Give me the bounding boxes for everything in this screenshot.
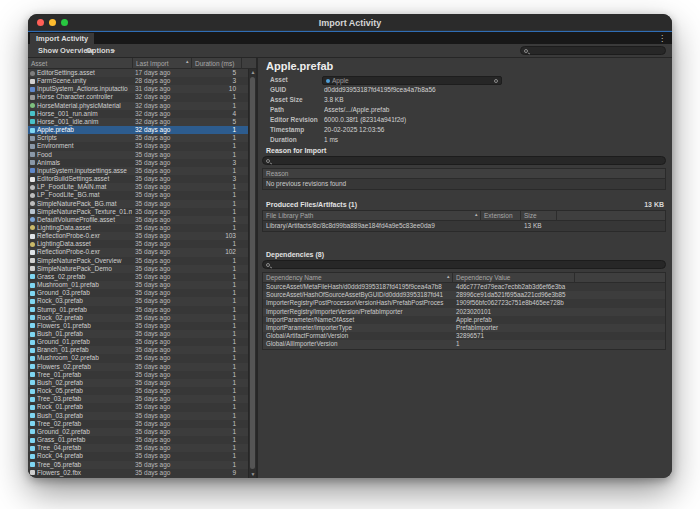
asset-row[interactable]: SimpleNaturePack_Demo35 days ago1 — [28, 265, 248, 273]
asset-row[interactable]: Rock_05.prefab35 days ago1 — [28, 387, 248, 395]
asset-duration: 1 — [192, 273, 236, 281]
toolbar-search-input[interactable] — [533, 47, 662, 54]
dependency-row[interactable]: SourceAsset/MetaFileHash/d0ddd93953187fd… — [263, 283, 665, 291]
asset-row[interactable]: Ground_01.prefab35 days ago1 — [28, 338, 248, 346]
asset-row[interactable]: SimpleNaturePack_Overview35 days ago1 — [28, 257, 248, 265]
asset-row[interactable]: HorseMaterial.physicMaterial32 days ago1 — [28, 102, 248, 110]
column-header-duration[interactable]: Duration (ms) — [192, 58, 242, 69]
asset-row[interactable]: Tree_04.prefab35 days ago1 — [28, 444, 248, 452]
asset-row[interactable]: Stump_01.prefab35 days ago1 — [28, 306, 248, 314]
asset-row[interactable]: Grass_02.prefab35 days ago1 — [28, 273, 248, 281]
dependency-row[interactable]: ImportParameter/ImporterTypePrefabImport… — [263, 324, 665, 332]
asset-row[interactable]: Animals35 days ago3 — [28, 159, 248, 167]
asset-row[interactable]: Flowers_02.prefab35 days ago1 — [28, 363, 248, 371]
column-header-last-import[interactable]: Last Import — [133, 58, 192, 69]
asset-row[interactable]: DefaultVolumeProfile.asset35 days ago1 — [28, 216, 248, 224]
reason-search[interactable] — [262, 156, 666, 165]
dependency-value: 1909f56bfc062723c751e8b465ee728b — [453, 299, 575, 307]
column-header-size[interactable]: Size — [521, 211, 557, 221]
asset-row[interactable]: SimpleNaturePack_BG.mat35 days ago1 — [28, 200, 248, 208]
asset-object-field[interactable]: Apple — [322, 76, 502, 85]
dependency-row[interactable]: Global/AllImporterVersion1 — [263, 340, 665, 348]
asset-row[interactable]: Environment35 days ago1 — [28, 142, 248, 150]
asset-row[interactable]: Ground_03.prefab35 days ago1 — [28, 289, 248, 297]
dependencies-search-input[interactable] — [275, 261, 662, 268]
prefab-icon — [30, 128, 35, 133]
kebab-menu-icon[interactable]: ⋮ — [658, 33, 666, 44]
reason-search-input[interactable] — [275, 157, 662, 164]
volume-icon — [30, 217, 35, 222]
asset-row[interactable]: LightingData.asset35 days ago1 — [28, 240, 248, 248]
asset-row[interactable]: LP_FoodLite_MAIN.mat35 days ago1 — [28, 183, 248, 191]
asset-duration: 1 — [192, 191, 236, 199]
asset-row[interactable]: Branch_01.prefab35 days ago1 — [28, 346, 248, 354]
asset-row[interactable]: EditorBuildSettings.asset35 days ago3 — [28, 175, 248, 183]
asset-row[interactable]: Rock_03.prefab35 days ago1 — [28, 297, 248, 305]
asset-row[interactable]: Horse_001_run.anim32 days ago4 — [28, 110, 248, 118]
column-header-reason[interactable]: Reason — [263, 169, 665, 179]
asset-duration: 1 — [192, 346, 236, 354]
prefab-icon — [30, 380, 35, 385]
asset-row[interactable]: LightingData.asset35 days ago1 — [28, 224, 248, 232]
asset-row[interactable]: Tree_02.prefab35 days ago1 — [28, 420, 248, 428]
asset-row[interactable]: Food35 days ago1 — [28, 151, 248, 159]
column-header-asset[interactable]: Asset — [28, 58, 133, 69]
asset-row[interactable]: EditorSettings.asset17 days ago5 — [28, 69, 248, 77]
scrollbar-thumb[interactable] — [250, 77, 255, 469]
asset-row[interactable]: Grass_01.prefab35 days ago1 — [28, 436, 248, 444]
column-header-file-library-path[interactable]: File Library Path — [263, 211, 481, 221]
folder-icon — [30, 152, 35, 157]
asset-duration: 1 — [192, 420, 236, 428]
dependency-row[interactable]: ImporterRegistry/PostProcessorVersionHas… — [263, 299, 665, 307]
asset-row[interactable]: Rock_04.prefab35 days ago1 — [28, 452, 248, 460]
asset-row[interactable]: Scripts35 days ago1 — [28, 134, 248, 142]
asset-row[interactable]: Rock_02.prefab35 days ago1 — [28, 314, 248, 322]
asset-row[interactable]: Flowers_02.fbx35 days ago9 — [28, 469, 248, 477]
reason-row[interactable]: No previous revisions found — [263, 179, 665, 189]
asset-duration: 1 — [192, 134, 236, 142]
asset-row[interactable]: Tree_01.prefab35 days ago1 — [28, 371, 248, 379]
dependency-name: SourceAsset/HashOfSourceAssetByGUID/d0dd… — [263, 291, 453, 299]
column-header-dependency-name[interactable]: Dependency Name — [263, 273, 453, 283]
asset-row[interactable]: InputSystem.inputsettings.asse35 days ag… — [28, 167, 248, 175]
object-picker-icon[interactable] — [494, 79, 499, 84]
asset-row[interactable]: Bush_01.prefab35 days ago1 — [28, 330, 248, 338]
asset-row[interactable]: SimpleNaturePack_Texture_01.m35 days ago… — [28, 208, 248, 216]
asset-name: Bush_02.prefab — [37, 379, 132, 387]
asset-row[interactable]: LP_FoodLite_BG.mat35 days ago1 — [28, 191, 248, 199]
dependency-rows: SourceAsset/MetaFileHash/d0ddd93953187fd… — [263, 283, 665, 349]
asset-duration: 1 — [192, 126, 236, 134]
options-dropdown[interactable]: Options — [86, 44, 114, 58]
asset-row[interactable]: Bush_02.prefab35 days ago1 — [28, 379, 248, 387]
asset-row[interactable]: Bush_03.prefab35 days ago1 — [28, 412, 248, 420]
asset-row[interactable]: ReflectionProbe-0.exr35 days ago102 — [28, 248, 248, 256]
dependency-row[interactable]: ImporterRegistry/ImporterVersion/PrefabI… — [263, 308, 665, 316]
asset-row[interactable]: ReflectionProbe-0.exr35 days ago103 — [28, 232, 248, 240]
asset-row[interactable]: Flowers_01.prefab35 days ago1 — [28, 322, 248, 330]
asset-row[interactable]: Rock_01.prefab35 days ago1 — [28, 403, 248, 411]
asset-row[interactable]: Horse Character.controller32 days ago1 — [28, 93, 248, 101]
asset-row[interactable]: Tree_03.prefab35 days ago1 — [28, 395, 248, 403]
asset-row[interactable]: Tree_05.prefab35 days ago1 — [28, 461, 248, 469]
dependency-row[interactable]: SourceAsset/HashOfSourceAssetByGUID/d0dd… — [263, 291, 665, 299]
asset-row[interactable]: FarmScene.unity28 days ago3 — [28, 77, 248, 85]
asset-duration: 1 — [192, 330, 236, 338]
column-header-extension[interactable]: Extension — [481, 211, 521, 221]
toolbar-search[interactable] — [520, 46, 666, 55]
dependency-value: 28996ce91da521f695aa221cd96e3b85 — [453, 291, 575, 299]
asset-row[interactable]: Mushroom_01.prefab35 days ago1 — [28, 281, 248, 289]
asset-row[interactable]: InputSystem_Actions.inputactio31 days ag… — [28, 85, 248, 93]
asset-name: Mushroom_01.prefab — [37, 281, 132, 289]
asset-row[interactable]: Mushroom_02.prefab35 days ago1 — [28, 354, 248, 362]
vertical-scrollbar[interactable]: ▲ ▼ — [248, 69, 256, 478]
column-header-dependency-value[interactable]: Dependency Value — [453, 273, 575, 283]
asset-name: Rock_04.prefab — [37, 452, 132, 460]
dependency-row[interactable]: Global/ArtifactFormat/Version32896571 — [263, 332, 665, 340]
dependency-row[interactable]: ImportParameter/NameOfAssetApple.prefab — [263, 316, 665, 324]
dependencies-search[interactable] — [262, 260, 666, 269]
asset-row[interactable]: Ground_02.prefab35 days ago1 — [28, 428, 248, 436]
asset-row[interactable]: Apple.prefab32 days ago1 — [28, 126, 248, 134]
asset-row[interactable]: Horse_001_idle.anim32 days ago5 — [28, 118, 248, 126]
titlebar[interactable]: Import Activity — [28, 14, 672, 31]
produced-file-row[interactable]: Library/Artifacts/8c/8c8d99ba889ae184fd4… — [263, 221, 665, 231]
